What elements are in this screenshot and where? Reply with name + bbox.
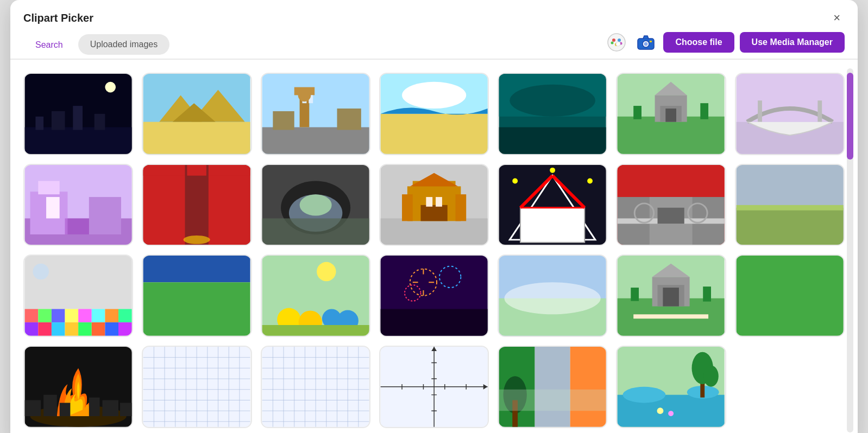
svg-rect-110 xyxy=(92,323,105,336)
image-card-19[interactable] xyxy=(498,254,607,337)
svg-rect-106 xyxy=(38,323,52,336)
svg-rect-49 xyxy=(758,100,762,122)
svg-rect-141 xyxy=(703,287,712,302)
svg-rect-90 xyxy=(658,207,684,224)
svg-rect-38 xyxy=(499,127,606,154)
tab-search[interactable]: Search xyxy=(23,35,75,56)
palette-icon-button[interactable] xyxy=(605,30,628,54)
image-card-1[interactable] xyxy=(23,73,133,155)
image-card-17[interactable] xyxy=(261,254,370,337)
tab-uploaded-images[interactable]: Uploaded images xyxy=(78,34,170,55)
image-card-22[interactable] xyxy=(23,346,133,428)
close-button[interactable]: × xyxy=(829,10,845,26)
image-card-6[interactable] xyxy=(616,73,726,155)
svg-rect-69 xyxy=(381,218,488,245)
image-card-24[interactable] xyxy=(261,346,370,428)
image-card-7[interactable] xyxy=(735,73,845,155)
palette-icon xyxy=(607,33,626,52)
svg-rect-84 xyxy=(618,165,725,197)
image-card-23[interactable] xyxy=(142,346,251,428)
svg-rect-75 xyxy=(426,197,432,207)
scrollbar-thumb[interactable] xyxy=(847,73,853,160)
image-card-5[interactable] xyxy=(498,73,607,155)
image-card-11[interactable] xyxy=(379,164,489,246)
media-manager-button[interactable]: Use Media Manager xyxy=(740,32,845,53)
svg-point-9 xyxy=(644,42,648,46)
svg-rect-61 xyxy=(143,165,250,176)
image-card-9[interactable] xyxy=(142,164,251,246)
svg-rect-45 xyxy=(701,103,709,119)
scrollbar-track[interactable] xyxy=(847,68,853,432)
svg-rect-98 xyxy=(38,309,52,323)
svg-rect-66 xyxy=(262,218,369,245)
svg-rect-59 xyxy=(143,165,186,245)
svg-point-207 xyxy=(623,387,666,403)
image-card-14[interactable] xyxy=(735,164,845,246)
svg-point-212 xyxy=(657,407,664,414)
svg-rect-93 xyxy=(736,205,843,211)
image-card-10[interactable] xyxy=(261,164,370,246)
svg-rect-24 xyxy=(262,127,369,154)
svg-rect-142 xyxy=(634,315,709,319)
image-card-21[interactable] xyxy=(735,254,845,337)
svg-rect-43 xyxy=(666,109,677,122)
svg-rect-71 xyxy=(402,194,413,221)
image-card-26[interactable] xyxy=(498,346,607,428)
svg-rect-103 xyxy=(105,309,118,323)
svg-rect-97 xyxy=(25,309,39,323)
image-card-27[interactable] xyxy=(616,346,726,428)
image-card-4[interactable] xyxy=(379,73,489,155)
camera-icon-button[interactable] xyxy=(634,30,658,54)
image-card-18[interactable] xyxy=(379,254,489,337)
image-card-20[interactable] xyxy=(616,254,726,337)
svg-rect-204 xyxy=(499,390,606,411)
svg-rect-19 xyxy=(143,122,250,154)
clipart-picker-dialog: Clipart Picker × Search Uploaded images xyxy=(10,0,858,433)
svg-rect-147 xyxy=(43,395,57,416)
svg-rect-200 xyxy=(535,347,570,427)
image-card-8[interactable] xyxy=(23,164,133,246)
image-card-12[interactable] xyxy=(498,164,607,246)
svg-rect-14 xyxy=(35,117,43,130)
svg-rect-72 xyxy=(455,194,466,221)
svg-rect-114 xyxy=(143,283,250,336)
image-card-15[interactable] xyxy=(23,254,133,337)
svg-point-211 xyxy=(704,366,719,387)
svg-rect-143 xyxy=(736,256,843,336)
svg-rect-16 xyxy=(73,106,83,130)
choose-file-button[interactable]: Choose file xyxy=(663,32,734,53)
svg-point-6 xyxy=(616,42,620,46)
image-card-25[interactable] xyxy=(379,346,489,428)
svg-rect-105 xyxy=(25,323,39,336)
svg-rect-31 xyxy=(337,109,361,130)
svg-point-95 xyxy=(33,264,49,280)
svg-rect-102 xyxy=(92,309,105,323)
content-area xyxy=(10,60,858,432)
svg-point-29 xyxy=(298,89,311,102)
svg-rect-109 xyxy=(78,323,92,336)
svg-rect-112 xyxy=(118,323,132,336)
svg-rect-146 xyxy=(25,400,41,417)
svg-rect-101 xyxy=(78,309,92,323)
svg-rect-17 xyxy=(95,114,105,130)
svg-rect-150 xyxy=(102,400,118,417)
svg-rect-76 xyxy=(436,197,442,207)
svg-rect-10 xyxy=(650,41,652,42)
svg-point-81 xyxy=(587,178,593,183)
svg-rect-79 xyxy=(520,207,584,242)
svg-rect-151 xyxy=(120,403,132,417)
svg-point-12 xyxy=(105,82,116,93)
svg-rect-55 xyxy=(89,197,121,234)
svg-point-4 xyxy=(611,42,614,44)
svg-rect-57 xyxy=(65,218,89,234)
svg-rect-138 xyxy=(663,288,680,307)
svg-point-1 xyxy=(612,39,615,42)
svg-rect-113 xyxy=(143,256,250,282)
image-card-3[interactable] xyxy=(261,73,370,155)
dialog-title: Clipart Picker xyxy=(23,12,93,24)
image-card-16[interactable] xyxy=(142,254,251,337)
image-card-2[interactable] xyxy=(142,73,251,155)
svg-rect-107 xyxy=(52,323,65,336)
dialog-header: Clipart Picker × xyxy=(10,0,858,26)
image-card-13[interactable] xyxy=(616,164,726,246)
